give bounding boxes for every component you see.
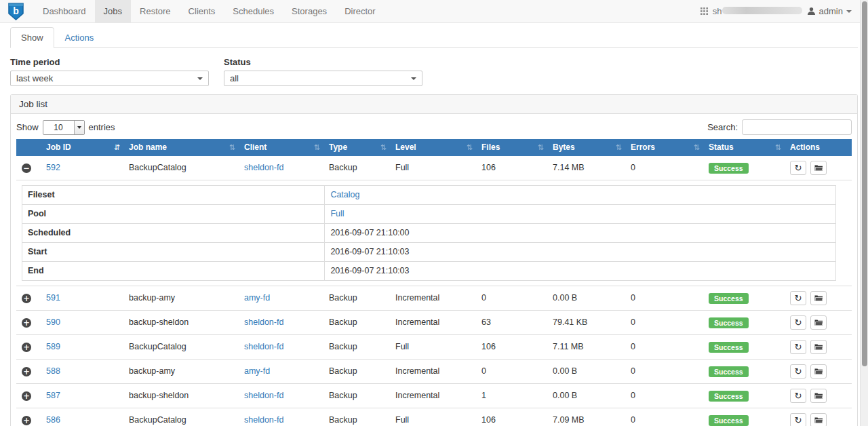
app-logo[interactable]: b bbox=[0, 0, 34, 22]
rerun-job-button[interactable]: ↻ bbox=[790, 340, 806, 354]
sort-icon[interactable]: ⇅ bbox=[775, 143, 781, 152]
client-link[interactable]: sheldon-fd bbox=[244, 342, 283, 351]
expand-row-icon[interactable]: + bbox=[22, 318, 31, 328]
job-id-link[interactable]: 589 bbox=[46, 342, 60, 351]
nav-item-director[interactable]: Director bbox=[336, 0, 384, 22]
expand-row-icon[interactable]: − bbox=[22, 163, 31, 173]
tab-actions[interactable]: Actions bbox=[54, 27, 105, 48]
column-header-bytes[interactable]: Bytes ⇅ bbox=[547, 139, 625, 156]
job-errors-cell: 0 bbox=[625, 408, 703, 426]
job-files-button[interactable] bbox=[810, 389, 827, 403]
job-files-button[interactable] bbox=[810, 315, 827, 330]
job-id-link[interactable]: 586 bbox=[46, 415, 60, 425]
column-label: Job name bbox=[129, 142, 167, 152]
job-files-button[interactable] bbox=[810, 364, 827, 379]
expand-row-icon[interactable]: + bbox=[22, 391, 31, 401]
nav-item-dashboard[interactable]: Dashboard bbox=[34, 0, 95, 22]
client-link[interactable]: sheldon-fd bbox=[244, 415, 283, 425]
client-link[interactable]: amy-fd bbox=[244, 366, 270, 376]
rerun-job-button[interactable]: ↻ bbox=[790, 389, 806, 403]
expand-row-icon[interactable]: + bbox=[22, 343, 31, 352]
column-header-client[interactable]: Client ⇅ bbox=[239, 139, 323, 156]
nav-item-storages[interactable]: Storages bbox=[283, 0, 336, 22]
user-menu[interactable]: admin bbox=[807, 6, 852, 16]
expand-row-icon[interactable]: + bbox=[22, 367, 31, 376]
apps-grid-icon[interactable] bbox=[701, 7, 708, 15]
rerun-job-button[interactable]: ↻ bbox=[790, 315, 806, 330]
sort-icon[interactable]: ⇅ bbox=[380, 143, 387, 152]
navbar-right: sh admin bbox=[701, 0, 868, 22]
job-id-link[interactable]: 588 bbox=[46, 366, 60, 376]
sort-icon[interactable]: ⇵ bbox=[114, 143, 120, 152]
column-header-errors[interactable]: Errors ⇅ bbox=[625, 139, 703, 156]
nav-item-restore[interactable]: Restore bbox=[131, 0, 180, 22]
column-header-type[interactable]: Type ⇅ bbox=[323, 139, 390, 156]
page-size-select[interactable]: 10 bbox=[43, 120, 85, 135]
search-input[interactable] bbox=[742, 119, 852, 135]
tab-show[interactable]: Show bbox=[10, 27, 54, 48]
table-header-row: Job ID ⇵ Job name ⇅ Client ⇅ Type ⇅ Leve… bbox=[16, 139, 852, 156]
sort-icon[interactable]: ⇅ bbox=[229, 143, 235, 152]
column-header[interactable] bbox=[16, 139, 41, 156]
nav-item-jobs[interactable]: Jobs bbox=[95, 0, 131, 22]
job-id-link[interactable]: 592 bbox=[46, 163, 60, 172]
job-level-cell: Full bbox=[390, 408, 476, 426]
rerun-job-button[interactable]: ↻ bbox=[790, 364, 806, 379]
column-header-job-id[interactable]: Job ID ⇵ bbox=[41, 139, 123, 156]
chevron-down-icon bbox=[197, 77, 203, 80]
vertical-scrollbar[interactable] bbox=[860, 0, 868, 426]
rerun-job-button[interactable]: ↻ bbox=[790, 291, 806, 305]
job-list-panel: Job list Show 10 entries Search: bbox=[10, 94, 858, 426]
job-detail-row: Pool Full bbox=[22, 205, 836, 224]
rerun-icon: ↻ bbox=[795, 163, 802, 172]
detail-value-link[interactable]: Catalog bbox=[330, 190, 359, 199]
job-id-link[interactable]: 591 bbox=[46, 293, 60, 303]
job-files-button[interactable] bbox=[810, 340, 827, 354]
detail-value: 2016-09-07 21:10:00 bbox=[325, 224, 836, 243]
sort-icon[interactable]: ⇅ bbox=[694, 143, 700, 152]
folder-icon bbox=[814, 392, 823, 400]
nav-item-label: Schedules bbox=[233, 6, 274, 16]
time-period-value: last week bbox=[16, 73, 53, 83]
expand-row-icon[interactable]: + bbox=[22, 294, 31, 303]
job-id-link[interactable]: 587 bbox=[46, 391, 60, 400]
status-badge: Success bbox=[709, 293, 749, 304]
rerun-job-button[interactable]: ↻ bbox=[790, 413, 806, 426]
column-header-actions[interactable]: Actions bbox=[785, 139, 852, 156]
nav-item-clients[interactable]: Clients bbox=[180, 0, 224, 22]
rerun-job-button[interactable]: ↻ bbox=[790, 161, 806, 175]
job-id-link[interactable]: 590 bbox=[46, 317, 60, 327]
column-header-status[interactable]: Status ⇅ bbox=[703, 139, 785, 156]
table-row: + 589 BackupCatalog sheldon-fd Backup Fu… bbox=[16, 335, 852, 360]
nav-item-schedules[interactable]: Schedules bbox=[224, 0, 283, 22]
job-name-cell: backup-sheldon bbox=[123, 384, 239, 408]
sort-icon[interactable]: ⇅ bbox=[616, 143, 622, 152]
client-link[interactable]: sheldon-fd bbox=[244, 391, 283, 400]
column-label: Actions bbox=[790, 142, 820, 152]
detail-label: Scheduled bbox=[22, 224, 325, 243]
rerun-icon: ↻ bbox=[795, 343, 802, 351]
client-link[interactable]: sheldon-fd bbox=[244, 317, 283, 327]
column-header-level[interactable]: Level ⇅ bbox=[390, 139, 476, 156]
column-header-files[interactable]: Files ⇅ bbox=[476, 139, 547, 156]
sort-icon[interactable]: ⇅ bbox=[538, 143, 544, 152]
job-files-button[interactable] bbox=[810, 161, 827, 175]
time-period-select[interactable]: last week bbox=[10, 71, 209, 86]
sort-icon[interactable]: ⇅ bbox=[314, 143, 320, 152]
client-link[interactable]: amy-fd bbox=[244, 293, 270, 303]
column-header-job-name[interactable]: Job name ⇅ bbox=[123, 139, 239, 156]
job-files-button[interactable] bbox=[810, 291, 827, 305]
expand-row-icon[interactable]: + bbox=[22, 416, 31, 425]
filters: Time period last week Status all bbox=[10, 57, 858, 86]
sort-icon[interactable]: ⇅ bbox=[467, 143, 473, 152]
chevron-down-icon bbox=[846, 10, 852, 13]
column-label: Files bbox=[481, 142, 500, 152]
client-link[interactable]: sheldon-fd bbox=[244, 163, 283, 172]
job-level-cell: Incremental bbox=[390, 360, 476, 384]
status-select[interactable]: all bbox=[224, 71, 422, 86]
job-files-button[interactable] bbox=[810, 413, 827, 426]
scrollbar-thumb[interactable] bbox=[862, 1, 867, 366]
status-label: Status bbox=[224, 57, 422, 67]
detail-value-link[interactable]: Full bbox=[330, 209, 344, 218]
column-label: Type bbox=[329, 142, 347, 152]
